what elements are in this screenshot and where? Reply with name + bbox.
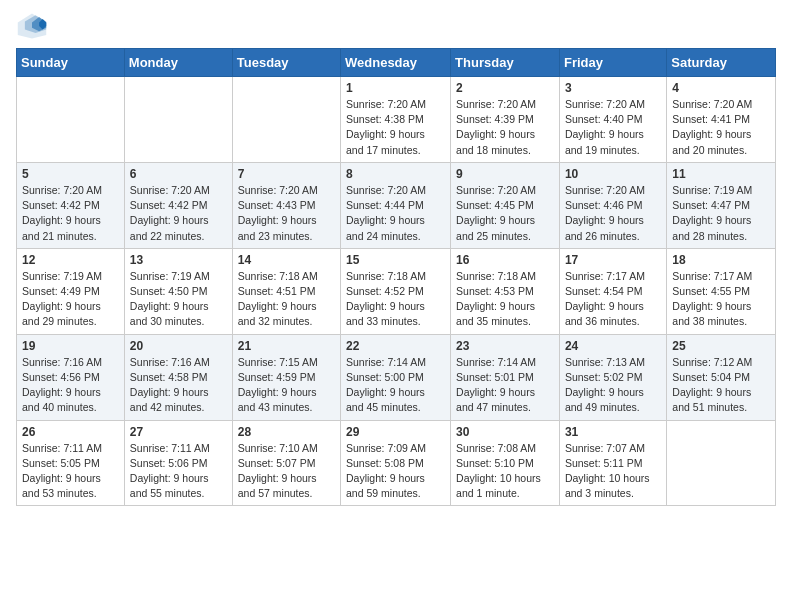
calendar-cell: 8Sunrise: 7:20 AMSunset: 4:44 PMDaylight… [341, 162, 451, 248]
day-info: Sunrise: 7:10 AMSunset: 5:07 PMDaylight:… [238, 441, 335, 502]
calendar-cell: 15Sunrise: 7:18 AMSunset: 4:52 PMDayligh… [341, 248, 451, 334]
weekday-header-row: SundayMondayTuesdayWednesdayThursdayFrid… [17, 49, 776, 77]
day-info: Sunrise: 7:13 AMSunset: 5:02 PMDaylight:… [565, 355, 661, 416]
calendar-cell: 19Sunrise: 7:16 AMSunset: 4:56 PMDayligh… [17, 334, 125, 420]
day-number: 25 [672, 339, 770, 353]
day-number: 17 [565, 253, 661, 267]
day-number: 11 [672, 167, 770, 181]
day-info: Sunrise: 7:11 AMSunset: 5:06 PMDaylight:… [130, 441, 227, 502]
calendar-cell: 2Sunrise: 7:20 AMSunset: 4:39 PMDaylight… [451, 77, 560, 163]
day-number: 14 [238, 253, 335, 267]
weekday-header-tuesday: Tuesday [232, 49, 340, 77]
calendar-cell: 31Sunrise: 7:07 AMSunset: 5:11 PMDayligh… [559, 420, 666, 506]
day-info: Sunrise: 7:17 AMSunset: 4:54 PMDaylight:… [565, 269, 661, 330]
day-info: Sunrise: 7:14 AMSunset: 5:00 PMDaylight:… [346, 355, 445, 416]
day-info: Sunrise: 7:18 AMSunset: 4:51 PMDaylight:… [238, 269, 335, 330]
calendar-cell: 21Sunrise: 7:15 AMSunset: 4:59 PMDayligh… [232, 334, 340, 420]
day-number: 29 [346, 425, 445, 439]
calendar-cell: 23Sunrise: 7:14 AMSunset: 5:01 PMDayligh… [451, 334, 560, 420]
calendar-cell: 5Sunrise: 7:20 AMSunset: 4:42 PMDaylight… [17, 162, 125, 248]
day-info: Sunrise: 7:16 AMSunset: 4:58 PMDaylight:… [130, 355, 227, 416]
calendar-cell: 10Sunrise: 7:20 AMSunset: 4:46 PMDayligh… [559, 162, 666, 248]
day-number: 2 [456, 81, 554, 95]
day-number: 7 [238, 167, 335, 181]
day-info: Sunrise: 7:20 AMSunset: 4:42 PMDaylight:… [130, 183, 227, 244]
weekday-header-saturday: Saturday [667, 49, 776, 77]
day-number: 19 [22, 339, 119, 353]
week-row-3: 19Sunrise: 7:16 AMSunset: 4:56 PMDayligh… [17, 334, 776, 420]
day-number: 30 [456, 425, 554, 439]
week-row-2: 12Sunrise: 7:19 AMSunset: 4:49 PMDayligh… [17, 248, 776, 334]
weekday-header-monday: Monday [124, 49, 232, 77]
calendar-table: SundayMondayTuesdayWednesdayThursdayFrid… [16, 48, 776, 506]
week-row-4: 26Sunrise: 7:11 AMSunset: 5:05 PMDayligh… [17, 420, 776, 506]
calendar-cell: 28Sunrise: 7:10 AMSunset: 5:07 PMDayligh… [232, 420, 340, 506]
logo-icon [16, 10, 48, 42]
day-number: 8 [346, 167, 445, 181]
calendar-cell [17, 77, 125, 163]
calendar-cell: 7Sunrise: 7:20 AMSunset: 4:43 PMDaylight… [232, 162, 340, 248]
calendar-cell: 6Sunrise: 7:20 AMSunset: 4:42 PMDaylight… [124, 162, 232, 248]
day-info: Sunrise: 7:20 AMSunset: 4:42 PMDaylight:… [22, 183, 119, 244]
day-info: Sunrise: 7:15 AMSunset: 4:59 PMDaylight:… [238, 355, 335, 416]
day-number: 24 [565, 339, 661, 353]
day-info: Sunrise: 7:07 AMSunset: 5:11 PMDaylight:… [565, 441, 661, 502]
logo [16, 10, 52, 42]
day-info: Sunrise: 7:18 AMSunset: 4:52 PMDaylight:… [346, 269, 445, 330]
week-row-0: 1Sunrise: 7:20 AMSunset: 4:38 PMDaylight… [17, 77, 776, 163]
calendar-cell: 29Sunrise: 7:09 AMSunset: 5:08 PMDayligh… [341, 420, 451, 506]
day-info: Sunrise: 7:18 AMSunset: 4:53 PMDaylight:… [456, 269, 554, 330]
day-number: 27 [130, 425, 227, 439]
calendar-cell: 3Sunrise: 7:20 AMSunset: 4:40 PMDaylight… [559, 77, 666, 163]
day-info: Sunrise: 7:20 AMSunset: 4:40 PMDaylight:… [565, 97, 661, 158]
calendar-cell: 9Sunrise: 7:20 AMSunset: 4:45 PMDaylight… [451, 162, 560, 248]
day-number: 26 [22, 425, 119, 439]
day-number: 23 [456, 339, 554, 353]
calendar-cell: 13Sunrise: 7:19 AMSunset: 4:50 PMDayligh… [124, 248, 232, 334]
day-info: Sunrise: 7:19 AMSunset: 4:49 PMDaylight:… [22, 269, 119, 330]
day-info: Sunrise: 7:20 AMSunset: 4:45 PMDaylight:… [456, 183, 554, 244]
day-info: Sunrise: 7:16 AMSunset: 4:56 PMDaylight:… [22, 355, 119, 416]
day-number: 18 [672, 253, 770, 267]
calendar-cell: 1Sunrise: 7:20 AMSunset: 4:38 PMDaylight… [341, 77, 451, 163]
calendar-cell: 30Sunrise: 7:08 AMSunset: 5:10 PMDayligh… [451, 420, 560, 506]
day-info: Sunrise: 7:12 AMSunset: 5:04 PMDaylight:… [672, 355, 770, 416]
calendar-cell: 24Sunrise: 7:13 AMSunset: 5:02 PMDayligh… [559, 334, 666, 420]
day-number: 3 [565, 81, 661, 95]
calendar-cell [124, 77, 232, 163]
day-number: 6 [130, 167, 227, 181]
day-info: Sunrise: 7:19 AMSunset: 4:50 PMDaylight:… [130, 269, 227, 330]
day-number: 16 [456, 253, 554, 267]
calendar-cell: 26Sunrise: 7:11 AMSunset: 5:05 PMDayligh… [17, 420, 125, 506]
day-info: Sunrise: 7:11 AMSunset: 5:05 PMDaylight:… [22, 441, 119, 502]
header [16, 10, 776, 42]
day-number: 1 [346, 81, 445, 95]
day-number: 20 [130, 339, 227, 353]
calendar-cell: 20Sunrise: 7:16 AMSunset: 4:58 PMDayligh… [124, 334, 232, 420]
calendar-cell: 22Sunrise: 7:14 AMSunset: 5:00 PMDayligh… [341, 334, 451, 420]
day-info: Sunrise: 7:20 AMSunset: 4:46 PMDaylight:… [565, 183, 661, 244]
day-info: Sunrise: 7:14 AMSunset: 5:01 PMDaylight:… [456, 355, 554, 416]
day-number: 9 [456, 167, 554, 181]
day-number: 22 [346, 339, 445, 353]
calendar-cell [667, 420, 776, 506]
day-number: 21 [238, 339, 335, 353]
calendar-cell: 18Sunrise: 7:17 AMSunset: 4:55 PMDayligh… [667, 248, 776, 334]
calendar-cell: 14Sunrise: 7:18 AMSunset: 4:51 PMDayligh… [232, 248, 340, 334]
calendar-cell: 4Sunrise: 7:20 AMSunset: 4:41 PMDaylight… [667, 77, 776, 163]
day-number: 12 [22, 253, 119, 267]
calendar-cell: 25Sunrise: 7:12 AMSunset: 5:04 PMDayligh… [667, 334, 776, 420]
calendar-cell: 16Sunrise: 7:18 AMSunset: 4:53 PMDayligh… [451, 248, 560, 334]
day-info: Sunrise: 7:20 AMSunset: 4:39 PMDaylight:… [456, 97, 554, 158]
day-info: Sunrise: 7:20 AMSunset: 4:38 PMDaylight:… [346, 97, 445, 158]
day-info: Sunrise: 7:20 AMSunset: 4:44 PMDaylight:… [346, 183, 445, 244]
calendar-cell [232, 77, 340, 163]
calendar-cell: 11Sunrise: 7:19 AMSunset: 4:47 PMDayligh… [667, 162, 776, 248]
day-number: 28 [238, 425, 335, 439]
page: SundayMondayTuesdayWednesdayThursdayFrid… [0, 0, 792, 522]
day-info: Sunrise: 7:08 AMSunset: 5:10 PMDaylight:… [456, 441, 554, 502]
day-info: Sunrise: 7:17 AMSunset: 4:55 PMDaylight:… [672, 269, 770, 330]
day-number: 5 [22, 167, 119, 181]
weekday-header-thursday: Thursday [451, 49, 560, 77]
weekday-header-sunday: Sunday [17, 49, 125, 77]
